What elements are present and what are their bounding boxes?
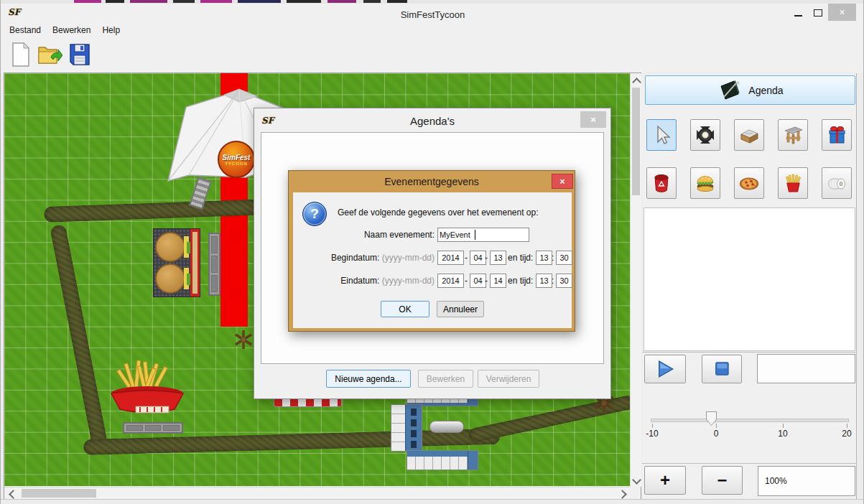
close-icon: × bbox=[590, 114, 596, 125]
slider-tick bbox=[716, 424, 717, 428]
menu-bestand[interactable]: Bestand bbox=[9, 25, 41, 35]
tool-toilet-roll[interactable] bbox=[822, 167, 852, 199]
container-slot bbox=[411, 419, 417, 426]
container-slot bbox=[411, 430, 417, 437]
slider-label-min: -10 bbox=[639, 429, 665, 439]
minus-icon: − bbox=[717, 472, 727, 489]
tool-scaffold[interactable] bbox=[778, 119, 808, 151]
agenda-book-icon bbox=[717, 80, 741, 101]
start-day-input[interactable] bbox=[490, 251, 506, 265]
open-file-button[interactable] bbox=[37, 41, 62, 68]
start-time-label: en tijd: bbox=[508, 253, 533, 263]
container-row-bottom bbox=[407, 450, 478, 470]
slider-label-ten: 10 bbox=[770, 429, 796, 439]
stand-counter bbox=[190, 229, 200, 297]
new-file-button[interactable] bbox=[8, 41, 34, 68]
tool-hamburger[interactable] bbox=[690, 167, 720, 199]
container-cap bbox=[468, 451, 478, 470]
end-year-input[interactable] bbox=[437, 274, 464, 288]
agenda-button[interactable]: Agenda bbox=[645, 75, 855, 105]
vscrollbar-thumb[interactable] bbox=[632, 88, 640, 195]
artifact-dash bbox=[387, 0, 407, 3]
hamburger-icon bbox=[695, 172, 716, 194]
save-file-button[interactable] bbox=[67, 41, 93, 68]
date-separator: - bbox=[465, 253, 468, 263]
end-time-label: en tijd: bbox=[508, 276, 533, 286]
fries-stand bbox=[107, 359, 187, 421]
map-vscrollbar[interactable] bbox=[630, 73, 641, 487]
scaffold-icon bbox=[782, 124, 804, 146]
question-glyph: ? bbox=[310, 206, 319, 222]
simfest-logo-text: SimFest bbox=[223, 154, 251, 162]
agenda-listbox[interactable] bbox=[644, 207, 855, 351]
start-date-label: Begindatum: (yyyy-mm-dd) bbox=[293, 253, 435, 263]
date-separator: - bbox=[485, 276, 488, 286]
save-floppy-icon bbox=[68, 42, 91, 67]
start-month-input[interactable] bbox=[470, 251, 486, 265]
end-hour-input[interactable] bbox=[536, 274, 552, 288]
open-folder-icon bbox=[37, 42, 62, 67]
tool-pizza[interactable] bbox=[734, 167, 764, 199]
zoom-level-field[interactable]: 100% bbox=[758, 466, 855, 496]
status-label-box bbox=[757, 354, 855, 383]
menu-bewerken[interactable]: Bewerken bbox=[52, 25, 90, 35]
window-bottom-edge bbox=[1, 499, 864, 504]
start-minute-input[interactable] bbox=[556, 251, 572, 265]
date-separator: - bbox=[485, 253, 488, 263]
maximize-button[interactable] bbox=[809, 6, 827, 19]
tool-stage[interactable] bbox=[734, 119, 764, 151]
artifact-dash bbox=[173, 0, 195, 3]
stop-button[interactable] bbox=[702, 355, 742, 383]
end-minute-input[interactable] bbox=[556, 274, 572, 288]
scroll-down-icon[interactable] bbox=[632, 475, 641, 485]
zoom-in-button[interactable]: + bbox=[644, 466, 686, 495]
scroll-left-icon[interactable] bbox=[9, 490, 18, 499]
spotlight-icon bbox=[695, 124, 716, 146]
new-agenda-button[interactable]: Nieuwe agenda... bbox=[326, 370, 411, 388]
new-document-icon bbox=[10, 42, 32, 67]
titlebar: SF SimFestTycoon × bbox=[1, 4, 864, 22]
minimize-button[interactable] bbox=[789, 6, 807, 19]
start-label-text: Begindatum: bbox=[331, 253, 379, 263]
scroll-up-icon[interactable] bbox=[632, 78, 641, 87]
artifact-dash bbox=[200, 0, 232, 3]
close-button[interactable]: × bbox=[828, 4, 856, 21]
close-icon: × bbox=[559, 177, 565, 187]
event-dialog-titlebar[interactable]: Evenementgegevens bbox=[289, 171, 575, 192]
cancel-button[interactable]: Annuleer bbox=[437, 301, 484, 317]
speed-slider-thumb[interactable] bbox=[706, 411, 717, 426]
map-hscrollbar[interactable] bbox=[4, 487, 630, 500]
zoom-out-button[interactable]: − bbox=[702, 466, 743, 495]
sidebar-separator bbox=[642, 352, 857, 353]
start-hour-input[interactable] bbox=[536, 251, 552, 265]
hscrollbar-thumb[interactable] bbox=[22, 489, 96, 498]
play-button[interactable] bbox=[644, 355, 686, 383]
tool-fries[interactable] bbox=[778, 167, 808, 199]
tool-select-cursor[interactable] bbox=[646, 119, 677, 151]
burger-top bbox=[155, 232, 185, 262]
tool-trashcan[interactable] bbox=[646, 167, 677, 199]
edit-agenda-button[interactable]: Bewerken bbox=[418, 370, 473, 388]
bench bbox=[208, 233, 220, 296]
end-day-input[interactable] bbox=[490, 274, 506, 288]
speed-slider-track[interactable] bbox=[651, 419, 849, 422]
time-separator: : bbox=[552, 276, 554, 286]
agendas-close-button[interactable]: × bbox=[580, 111, 606, 128]
menu-help[interactable]: Help bbox=[102, 25, 120, 35]
event-name-input[interactable] bbox=[437, 228, 529, 242]
agendas-dialog-title: Agenda's bbox=[254, 115, 610, 127]
agendas-dialog-titlebar[interactable]: SF Agenda's × bbox=[254, 108, 610, 132]
artifact-dash bbox=[238, 0, 281, 3]
delete-agenda-button[interactable]: Verwijderen bbox=[478, 370, 539, 388]
tool-gift[interactable] bbox=[822, 119, 852, 151]
slider-tick bbox=[847, 424, 847, 428]
event-close-button[interactable]: × bbox=[552, 174, 573, 189]
event-prompt: Geef de volgende gegevens over het eveme… bbox=[338, 207, 539, 218]
start-year-input[interactable] bbox=[437, 251, 464, 265]
simfest-logo-subtext: TYCOON bbox=[225, 162, 248, 166]
ok-button[interactable]: OK bbox=[381, 301, 429, 317]
end-month-input[interactable] bbox=[470, 274, 486, 288]
tree-icon bbox=[233, 329, 254, 350]
scroll-right-icon[interactable] bbox=[618, 490, 627, 499]
tool-spotlight[interactable] bbox=[690, 119, 720, 151]
